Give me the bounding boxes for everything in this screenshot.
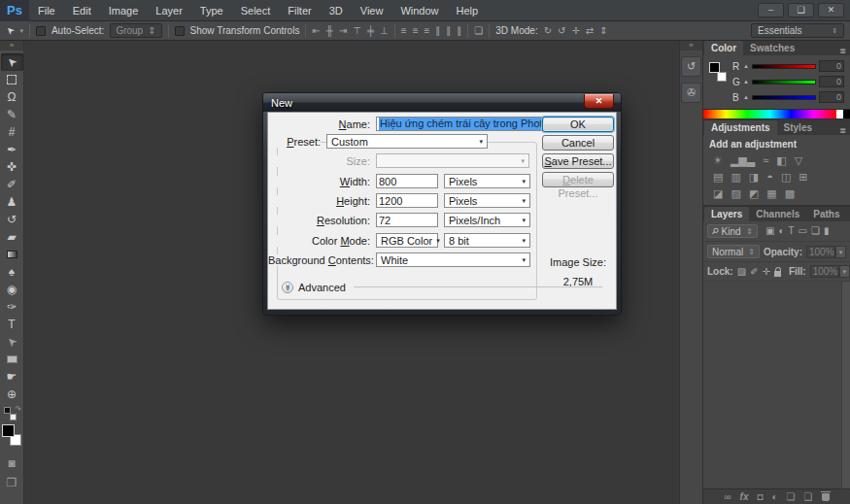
slider-marker-icon[interactable]: ▲: [743, 63, 749, 69]
align-bottom-edges-icon[interactable]: ⊥: [380, 26, 389, 36]
align-top-edges-icon[interactable]: ⊤: [353, 26, 361, 36]
name-input[interactable]: Hiệu ứng chém trái cây trong Photoshop: [376, 117, 555, 131]
distribute-bottom-edges-icon[interactable]: ≡: [425, 26, 430, 36]
channel-value-field[interactable]: 0: [819, 91, 844, 103]
panel-menu-icon[interactable]: ≣: [835, 47, 850, 55]
3d-slide-icon[interactable]: ⇄: [586, 26, 594, 36]
height-unit-dropdown[interactable]: Pixels▾: [444, 193, 530, 208]
crop-tool[interactable]: #: [1, 123, 23, 141]
color-spectrum-bar[interactable]: [703, 109, 850, 118]
layer-style-icon[interactable]: fx: [740, 492, 749, 502]
width-unit-dropdown[interactable]: Pixels▾: [444, 174, 530, 188]
channel-value-field[interactable]: 0: [819, 60, 844, 72]
quick-mask-button[interactable]: ◙: [8, 457, 15, 469]
auto-select-checkbox[interactable]: [36, 26, 46, 36]
blend-mode-dropdown[interactable]: Normal ⇕: [707, 245, 760, 258]
eyedropper-tool[interactable]: ✒: [1, 141, 23, 158]
menubar-item[interactable]: Window: [391, 0, 447, 21]
screen-mode-button[interactable]: ❐: [7, 477, 17, 488]
add-layer-mask-icon[interactable]: ◘: [758, 492, 764, 502]
distribute-top-edges-icon[interactable]: ≡: [401, 26, 407, 36]
slider-marker-icon[interactable]: ▲: [743, 79, 749, 84]
menubar-item[interactable]: 3D: [321, 0, 352, 21]
opacity-control[interactable]: 100% ▾: [806, 246, 846, 258]
panel-tab[interactable]: Paths: [806, 207, 846, 221]
resolution-input[interactable]: 72: [376, 213, 438, 227]
marquee-tool[interactable]: [1, 71, 23, 88]
exposure-icon[interactable]: ◧: [776, 155, 786, 166]
white-swatch[interactable]: [836, 110, 843, 118]
panel-tab[interactable]: Swatches: [743, 41, 801, 55]
delete-layer-icon[interactable]: [822, 493, 830, 501]
workspace-switcher[interactable]: Essentials ⇕: [751, 23, 844, 38]
history-panel-icon[interactable]: ↺: [681, 56, 701, 77]
preset-dropdown[interactable]: Custom▾: [326, 134, 488, 149]
menubar-item[interactable]: Select: [232, 0, 280, 21]
panel-menu-icon[interactable]: ≣: [847, 213, 850, 221]
save-preset-button[interactable]: Save Preset...: [542, 153, 614, 169]
lock-all-icon[interactable]: [774, 271, 781, 277]
gradient-map-icon[interactable]: ▦: [766, 188, 776, 199]
filter-type-layers-icon[interactable]: T: [789, 226, 795, 236]
filter-kind-dropdown[interactable]: ⚲ Kind ⇕: [707, 224, 758, 238]
dialog-titlebar[interactable]: New: [263, 93, 621, 112]
filter-toggle-icon[interactable]: ▮: [824, 226, 830, 236]
zoom-tool[interactable]: ⊕: [1, 386, 23, 403]
3d-drag-icon[interactable]: ✛: [571, 26, 579, 36]
blur-tool[interactable]: ♠: [1, 263, 23, 281]
move-tool-preset-icon[interactable]: ➤: [3, 24, 17, 38]
channel-gradient-bar[interactable]: [752, 80, 816, 84]
new-layer-icon[interactable]: ❑: [804, 492, 813, 502]
close-button[interactable]: ✕: [818, 3, 844, 17]
black-swatch[interactable]: [843, 110, 850, 118]
panel-menu-icon[interactable]: ≣: [835, 126, 850, 135]
fill-value[interactable]: 100%: [810, 265, 839, 278]
panel-tab[interactable]: Styles: [777, 120, 819, 135]
menubar-item[interactable]: Layer: [147, 0, 191, 21]
history-brush-tool[interactable]: ↺: [1, 211, 23, 228]
invert-icon[interactable]: ◪: [713, 188, 723, 199]
fill-control[interactable]: 100% ▾: [810, 265, 850, 278]
link-layers-icon[interactable]: ∞: [724, 492, 731, 502]
toolbar-collapse-icon[interactable]: »: [0, 41, 23, 50]
3d-roll-icon[interactable]: ↺: [558, 26, 565, 36]
brush-tool[interactable]: ✐: [1, 176, 23, 193]
hue-saturation-icon[interactable]: ▤: [713, 172, 723, 183]
posterize-icon[interactable]: ▨: [731, 188, 740, 199]
photo-filter-icon[interactable]: ◓: [766, 172, 773, 183]
dodge-tool[interactable]: ◉: [1, 281, 23, 298]
tool-preset-caret-icon[interactable]: ▾: [19, 27, 23, 35]
resolution-unit-dropdown[interactable]: Pixels/Inch▾: [444, 213, 530, 227]
distribute-vertical-centers-icon[interactable]: ≡: [413, 26, 419, 36]
panel-tab[interactable]: Adjustments: [704, 120, 777, 135]
layers-scrollbar[interactable]: [841, 282, 850, 488]
bit-depth-dropdown[interactable]: 8 bit▾: [444, 233, 530, 248]
channel-value-field[interactable]: 0: [819, 76, 844, 87]
lock-image-pixels-icon[interactable]: ✐: [750, 267, 758, 277]
distribute-right-edges-icon[interactable]: ∥: [457, 26, 461, 36]
dropdown-arrow-icon[interactable]: ▾: [839, 265, 850, 278]
3d-scale-icon[interactable]: ⇕: [599, 26, 607, 36]
3d-rotate-icon[interactable]: ↻: [544, 26, 552, 36]
hand-tool[interactable]: ☛: [1, 368, 23, 386]
filter-adjustment-layers-icon[interactable]: ◐: [778, 226, 784, 236]
menubar-item[interactable]: View: [352, 0, 392, 21]
panel-tab[interactable]: Channels: [749, 207, 806, 221]
color-balance-icon[interactable]: ▥: [731, 172, 740, 183]
cancel-button[interactable]: Cancel: [542, 135, 614, 151]
color-mode-dropdown[interactable]: RGB Color▾: [376, 233, 438, 248]
distribute-left-edges-icon[interactable]: ∥: [435, 26, 440, 36]
clone-stamp-tool[interactable]: ♟: [1, 193, 23, 211]
panel-tab[interactable]: Layers: [704, 207, 749, 221]
channel-gradient-bar[interactable]: [752, 95, 816, 100]
filter-shape-layers-icon[interactable]: ▭: [799, 226, 807, 236]
auto-align-layers-icon[interactable]: ❏: [474, 26, 483, 36]
filter-pixel-layers-icon[interactable]: ▣: [765, 226, 774, 236]
menubar-item[interactable]: Image: [100, 0, 148, 21]
panel-tab[interactable]: Color: [704, 41, 743, 55]
auto-select-group-dropdown[interactable]: Group ⇕: [110, 23, 161, 38]
filter-smart-objects-icon[interactable]: ❏: [811, 226, 820, 236]
menubar-item[interactable]: Type: [191, 0, 232, 21]
dropdown-arrow-icon[interactable]: ▾: [835, 246, 846, 258]
pen-tool[interactable]: ✑: [1, 298, 23, 316]
